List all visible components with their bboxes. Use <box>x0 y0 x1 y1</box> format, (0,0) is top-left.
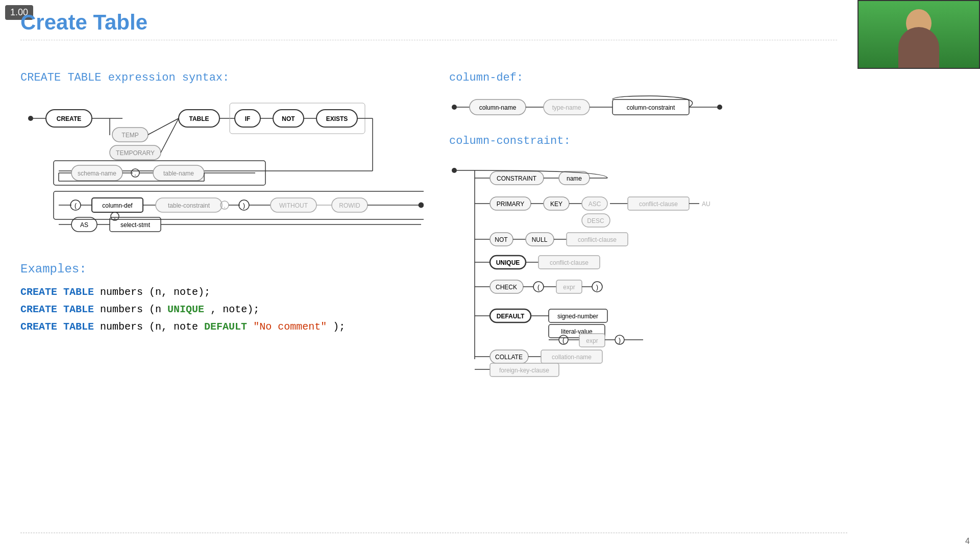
svg-text:TEMP: TEMP <box>121 132 138 139</box>
svg-text:signed-number: signed-number <box>557 313 598 320</box>
svg-point-86 <box>452 168 457 173</box>
example-2-table: TABLE <box>63 304 94 315</box>
example-3-create: CREATE <box>20 321 57 333</box>
svg-text:WITHOUT: WITHOUT <box>279 202 308 209</box>
example-1-table: TABLE <box>63 286 94 298</box>
svg-text:(: ( <box>562 337 565 344</box>
example-2-create: CREATE <box>20 304 57 315</box>
svg-text:NOT: NOT <box>282 115 295 122</box>
svg-text:PRIMARY: PRIMARY <box>497 201 524 208</box>
svg-point-74 <box>452 105 457 110</box>
svg-text:): ) <box>596 284 598 291</box>
webcam-overlay <box>857 0 980 69</box>
svg-point-66 <box>419 203 424 208</box>
webcam-person <box>859 1 979 68</box>
svg-text:conflict-clause: conflict-clause <box>578 236 617 243</box>
svg-text:ROWID: ROWID <box>339 202 360 209</box>
svg-text:table-constraint: table-constraint <box>168 202 210 209</box>
example-2: CREATE TABLE numbers (n UNIQUE , note); <box>20 301 439 318</box>
svg-text:foreign-key-clause: foreign-key-clause <box>499 367 549 374</box>
svg-text:): ) <box>243 202 245 209</box>
create-table-diagram: CREATE TEMP TEMPORARY <box>20 92 439 252</box>
svg-text:.: . <box>134 170 136 177</box>
svg-point-85 <box>717 105 722 110</box>
page-title: Create Table <box>20 10 837 40</box>
svg-text:type-name: type-name <box>552 104 581 111</box>
page-number: 4 <box>965 537 970 546</box>
svg-text:NULL: NULL <box>532 236 548 243</box>
svg-text:table-name: table-name <box>163 170 194 177</box>
svg-text:COLLATE: COLLATE <box>495 354 523 361</box>
svg-text:collation-name: collation-name <box>552 354 592 361</box>
col-def-title: column-def: <box>449 71 852 84</box>
svg-text:CONSTRAINT: CONSTRAINT <box>497 175 537 182</box>
col-constraint-diagram: CONSTRAINT name PRIMARY KEY ASC D <box>449 155 852 382</box>
right-column: column-def: column-name type-name <box>449 71 852 392</box>
svg-text:expr: expr <box>586 337 598 344</box>
svg-text:): ) <box>619 337 621 344</box>
svg-text:select-stmt: select-stmt <box>120 221 151 229</box>
svg-text:AU: AU <box>702 201 710 208</box>
svg-text:name: name <box>567 175 582 182</box>
main-content: Create Table CREATE TABLE expression syn… <box>0 0 857 551</box>
svg-text:AS: AS <box>80 221 88 229</box>
svg-text:expr: expr <box>563 284 575 291</box>
svg-text:(: ( <box>75 202 77 209</box>
svg-text:column-constraint: column-constraint <box>627 104 675 111</box>
svg-text:CREATE: CREATE <box>57 115 81 122</box>
svg-text:TEMPORARY: TEMPORARY <box>116 149 155 157</box>
example-3: CREATE TABLE numbers (n, note DEFAULT "N… <box>20 318 439 336</box>
svg-text:ASC: ASC <box>589 201 601 208</box>
left-column: CREATE TABLE expression syntax: CREATE <box>20 71 439 336</box>
svg-text:,: , <box>224 202 225 209</box>
svg-text:CHECK: CHECK <box>496 284 517 291</box>
svg-text:schema-name: schema-name <box>78 170 116 177</box>
examples-title: Examples: <box>20 262 439 276</box>
svg-text:EXISTS: EXISTS <box>326 115 348 122</box>
svg-text:(: ( <box>537 284 540 291</box>
example-1: CREATE TABLE numbers (n, note); <box>20 284 439 301</box>
svg-text:DEFAULT: DEFAULT <box>497 313 525 320</box>
svg-text:IF: IF <box>245 115 251 122</box>
example-3-table: TABLE <box>63 321 94 333</box>
example-3-default: DEFAULT <box>204 321 247 333</box>
col-def-diagram: column-name type-name column-constraint <box>449 92 852 124</box>
bottom-divider <box>20 533 847 533</box>
svg-text:conflict-clause: conflict-clause <box>550 259 589 266</box>
svg-text:NOT: NOT <box>495 236 508 243</box>
svg-text:TABLE: TABLE <box>189 115 209 122</box>
col-constraint-title: column-constraint: <box>449 135 852 147</box>
svg-text:column-name: column-name <box>479 104 517 111</box>
svg-text:KEY: KEY <box>550 201 562 208</box>
syntax-title: CREATE TABLE expression syntax: <box>20 71 439 84</box>
svg-text:DESC: DESC <box>587 217 604 224</box>
svg-text:UNIQUE: UNIQUE <box>496 259 520 266</box>
code-examples: CREATE TABLE numbers (n, note); CREATE T… <box>20 284 439 336</box>
svg-text:conflict-clause: conflict-clause <box>639 201 678 208</box>
svg-point-0 <box>28 116 33 121</box>
svg-text:column-def: column-def <box>102 202 133 209</box>
example-3-string: "No comment" <box>253 321 327 333</box>
example-1-create: CREATE <box>20 286 57 298</box>
svg-text:,: , <box>114 213 115 220</box>
example-2-unique: UNIQUE <box>167 304 204 315</box>
